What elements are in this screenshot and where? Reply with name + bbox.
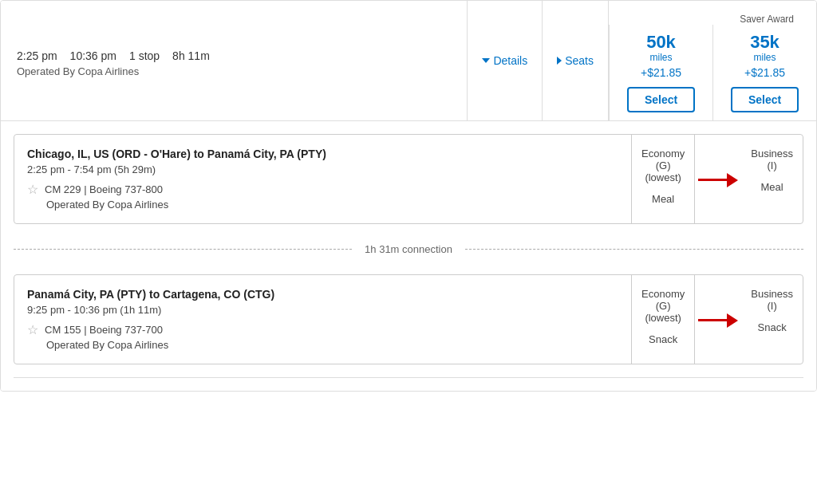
red-arrow-icon-1 <box>698 312 738 328</box>
select-button-0[interactable]: Select <box>627 87 695 112</box>
seats-label: Seats <box>565 54 594 67</box>
segment-flight-0: ☆ CM 229 | Boeing 737-800 <box>27 182 618 197</box>
bottom-spacer <box>1 378 816 391</box>
depart-time: 2:25 pm <box>17 49 57 62</box>
star-icon-0: ☆ <box>27 182 38 197</box>
select-button-1[interactable]: Select <box>731 87 799 112</box>
segment-operated-0: Operated By Copa Airlines <box>46 199 618 211</box>
star-icon-1: ☆ <box>27 322 38 337</box>
economy-qualifier-1: (lowest) <box>645 312 681 324</box>
details-button[interactable]: Details <box>468 1 543 120</box>
economy-qualifier-0: (lowest) <box>645 171 681 183</box>
fare-fee-1: +$21.85 <box>744 66 785 79</box>
connection-line-right <box>465 249 803 250</box>
segment-route-1: Panamá City, PA (PTY) to Cartagena, CO (… <box>27 288 618 301</box>
economy-label-0: Economy <box>641 148 685 159</box>
flight-number-0: CM 229 | Boeing 737-800 <box>45 183 163 195</box>
fare-miles-0: 50k <box>641 33 681 52</box>
arrive-time: 10:36 pm <box>70 49 116 62</box>
segment-time-1: 9:25 pm - 10:36 pm (1h 11m) <box>27 304 618 316</box>
segment-flight-1: ☆ CM 155 | Boeing 737-700 <box>27 322 618 337</box>
fare-options-wrapper: Saver Award 50k miles +$21.85 Select 35k… <box>609 1 816 120</box>
segment-fare-col-1: Economy (G) (lowest) Snack Business (I) … <box>631 275 803 364</box>
stops: 1 stop <box>129 49 160 62</box>
chevron-down-icon <box>482 58 490 63</box>
fare-class-economy-1: Economy (G) (lowest) Snack <box>632 275 695 364</box>
segment-info-0: Chicago, IL, US (ORD - O'Hare) to Panamá… <box>14 135 631 223</box>
fare-miles-1: 35k <box>744 33 785 52</box>
segment-route-0: Chicago, IL, US (ORD - O'Hare) to Panamá… <box>27 148 618 160</box>
fare-cols-row: 50k miles +$21.85 Select 35k miles +$21.… <box>609 25 816 120</box>
economy-label-1: Economy <box>641 288 685 300</box>
business-service-1: Snack <box>758 321 787 333</box>
red-arrow-icon-0 <box>698 171 738 187</box>
flight-number-1: CM 155 | Boeing 737-700 <box>45 324 163 336</box>
connection-line-left <box>14 249 352 250</box>
segment-fare-col-0: Economy (G) (lowest) Meal Business (I) M… <box>631 135 803 223</box>
connection-row: 1h 31m connection <box>1 237 816 262</box>
details-label: Details <box>493 54 527 67</box>
flight-summary: 2:25 pm 10:36 pm 1 stop 8h 11m Operated … <box>1 1 816 121</box>
connection-text: 1h 31m connection <box>352 243 465 255</box>
business-class-1: (I) <box>767 300 776 312</box>
flight-card: 2:25 pm 10:36 pm 1 stop 8h 11m Operated … <box>0 0 817 392</box>
details-section: Chicago, IL, US (ORD - O'Hare) to Panamá… <box>1 134 816 391</box>
details-seats-container: Details Seats <box>467 1 609 120</box>
economy-class-1: (G) <box>656 300 671 312</box>
fare-miles-label-0: miles <box>641 52 681 63</box>
fare-class-business-1: Business (I) Snack <box>741 275 803 364</box>
fare-col-1: 35k miles +$21.85 Select <box>712 25 816 120</box>
business-service-0: Meal <box>761 181 783 193</box>
fare-class-business-0: Business (I) Meal <box>741 135 803 223</box>
segment-info-1: Panamá City, PA (PTY) to Cartagena, CO (… <box>14 275 631 364</box>
fare-miles-label-1: miles <box>744 52 785 63</box>
segment-operated-1: Operated By Copa Airlines <box>46 339 618 351</box>
economy-service-1: Snack <box>649 333 677 345</box>
times-operated-col: 2:25 pm 10:36 pm 1 stop 8h 11m Operated … <box>1 1 467 120</box>
fare-fee-0: +$21.85 <box>641 66 681 79</box>
duration: 8h 11m <box>172 49 210 62</box>
fare-col-0: 50k miles +$21.85 Select <box>609 25 712 120</box>
seats-button[interactable]: Seats <box>543 1 608 120</box>
operated-by: Operated By Copa Airlines <box>1 65 467 85</box>
business-label-1: Business <box>751 288 793 300</box>
times-row: 2:25 pm 10:36 pm 1 stop 8h 11m <box>1 37 467 65</box>
economy-service-0: Meal <box>652 193 674 205</box>
segment-block-0: Chicago, IL, US (ORD - O'Hare) to Panamá… <box>14 134 803 224</box>
arrow-container-1 <box>695 275 741 364</box>
arrow-container-0 <box>695 135 741 223</box>
saver-award-row: Saver Award <box>609 1 816 25</box>
fare-class-economy-0: Economy (G) (lowest) Meal <box>632 135 695 223</box>
economy-class-0: (G) <box>656 159 671 171</box>
business-label-0: Business <box>751 148 793 159</box>
segment-block-1: Panamá City, PA (PTY) to Cartagena, CO (… <box>14 274 803 364</box>
segment-time-0: 2:25 pm - 7:54 pm (5h 29m) <box>27 163 618 175</box>
business-class-0: (I) <box>767 159 776 171</box>
saver-award-label: Saver Award <box>740 7 805 25</box>
chevron-right-icon <box>557 57 562 65</box>
